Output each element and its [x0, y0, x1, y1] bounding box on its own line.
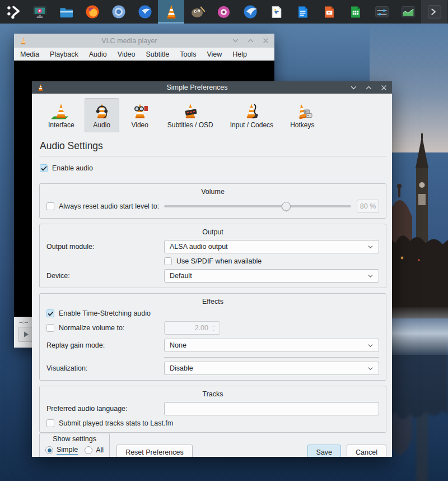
chevron-down-icon	[367, 366, 374, 372]
tab-label: Hotkeys	[290, 121, 314, 129]
device-dropdown[interactable]: Default	[164, 269, 379, 283]
timestretch-checkbox[interactable]	[46, 309, 54, 317]
device-row: Device: Default	[46, 269, 379, 283]
dialog-body: Interface Audio	[32, 94, 392, 457]
tracks-group-title: Tracks	[46, 390, 379, 398]
cancel-label: Cancel	[356, 448, 377, 456]
taskbar-item-libreoffice-calc[interactable]	[342, 0, 368, 24]
category-tabs: Interface Audio	[41, 98, 386, 132]
tab-subtitles-osd[interactable]: Subtitles / OSD	[161, 98, 220, 132]
tab-label: Input / Codecs	[230, 121, 273, 129]
taskbar-item-web-browser[interactable]	[237, 0, 263, 24]
taskbar-item-terminal[interactable]	[421, 0, 447, 24]
replay-gain-row: Replay gain mode: None	[46, 339, 379, 352]
taskbar-item-libreoffice-impress[interactable]	[316, 0, 342, 24]
spin-up-icon[interactable]	[211, 325, 216, 328]
cancel-button[interactable]: Cancel	[347, 445, 386, 457]
normalize-check-row: Normalize volume to:	[46, 324, 164, 332]
replay-gain-dropdown[interactable]: None	[164, 339, 379, 352]
maximize-icon[interactable]	[246, 37, 254, 45]
app-launcher-icon	[6, 4, 21, 19]
menu-audio[interactable]: Audio	[89, 50, 107, 58]
minimize-icon[interactable]	[349, 84, 357, 91]
menu-help[interactable]: Help	[232, 50, 247, 58]
vlc-icon	[36, 84, 45, 91]
tab-hotkeys[interactable]: Hotkeys	[283, 98, 321, 132]
output-module-row: Output module: ALSA audio output	[46, 240, 379, 253]
taskbar-item-libreoffice-draw[interactable]	[263, 0, 290, 24]
close-icon[interactable]	[262, 37, 269, 45]
menu-video[interactable]: Video	[118, 50, 136, 58]
heading-divider	[39, 156, 386, 156]
check-icon	[48, 311, 54, 316]
lastfm-checkbox[interactable]	[46, 419, 54, 427]
tab-interface[interactable]: Interface	[41, 98, 81, 132]
enable-audio-checkbox[interactable]	[40, 164, 48, 172]
slider-handle[interactable]	[282, 202, 291, 211]
lastfm-row: Submit played tracks stats to Last.fm	[46, 419, 379, 427]
reset-level-checkbox[interactable]	[46, 202, 54, 210]
normalize-value: 2.00	[195, 324, 208, 332]
lastfm-label: Submit played tracks stats to Last.fm	[59, 419, 173, 427]
language-input[interactable]	[164, 402, 379, 415]
simple-radio-item[interactable]: Simple	[45, 446, 78, 455]
effects-separator	[164, 357, 379, 358]
simple-radio[interactable]	[45, 446, 53, 454]
spdif-checkbox[interactable]	[164, 257, 172, 265]
tab-audio[interactable]: Audio	[85, 98, 119, 132]
taskbar-item-vlc[interactable]	[158, 0, 184, 24]
tab-video[interactable]: Video	[123, 98, 157, 132]
taskbar-item-settings[interactable]	[368, 0, 395, 24]
volume-slider[interactable]	[164, 202, 351, 211]
settings-sliders-icon	[374, 4, 390, 20]
minimize-icon[interactable]	[231, 37, 239, 45]
all-radio[interactable]	[85, 446, 92, 454]
taskbar-item-libreoffice-writer[interactable]	[290, 0, 316, 24]
menu-media[interactable]: Media	[20, 50, 39, 58]
all-label: All	[96, 446, 104, 454]
taskbar-item-app-launcher[interactable]	[0, 0, 26, 24]
maximize-icon[interactable]	[365, 84, 372, 91]
menu-tools[interactable]: Tools	[180, 50, 196, 58]
normalize-row: Normalize volume to: 2.00	[46, 321, 379, 335]
audio-tab-icon	[91, 103, 113, 119]
taskbar-item-screenshot-tool[interactable]	[26, 0, 53, 24]
tab-input-codecs[interactable]: Input / Codecs	[223, 98, 280, 132]
page-title: Audio Settings	[40, 140, 386, 152]
reset-level-row: Always reset audio start level to:	[46, 202, 164, 210]
menu-playback[interactable]: Playback	[50, 50, 78, 58]
spdif-label: Use S/PDIF when available	[176, 257, 262, 265]
system-monitor-icon	[400, 4, 417, 20]
all-radio-item[interactable]: All	[85, 446, 104, 454]
volume-value-spinbox[interactable]: 80 %	[357, 200, 379, 213]
normalize-spinbox[interactable]: 2.00	[164, 321, 220, 335]
taskbar-item-chromium[interactable]	[105, 0, 132, 24]
taskbar-item-file-manager[interactable]	[53, 0, 79, 24]
spin-down-icon[interactable]	[211, 329, 216, 332]
interface-tab-icon	[50, 103, 72, 119]
menu-view[interactable]: View	[207, 50, 222, 58]
file-manager-icon	[58, 4, 74, 19]
chevron-down-icon	[367, 244, 374, 250]
reset-preferences-button[interactable]: Reset Preferences	[116, 445, 193, 457]
taskbar-item-gimp[interactable]	[184, 0, 211, 24]
taskbar-item-firefox[interactable]	[79, 0, 105, 24]
menu-subtitle[interactable]: Subtitle	[146, 50, 170, 58]
output-module-dropdown[interactable]: ALSA audio output	[164, 240, 379, 253]
save-button[interactable]: Save	[307, 445, 342, 457]
taskbar-item-system-monitor[interactable]	[395, 0, 421, 24]
dialog-titlebar[interactable]: Simple Preferences	[32, 81, 392, 94]
visualization-dropdown[interactable]: Disable	[164, 362, 379, 375]
output-group: Output Output module: ALSA audio output …	[39, 224, 386, 288]
dialog-window-controls	[349, 84, 388, 91]
taskbar-item-media-player[interactable]	[211, 0, 237, 24]
visualization-value: Disable	[170, 364, 193, 372]
timestretch-row: Enable Time-Stretching audio	[46, 309, 379, 317]
close-icon[interactable]	[380, 84, 388, 91]
replay-gain-label: Replay gain mode:	[46, 341, 164, 349]
normalize-checkbox[interactable]	[46, 324, 54, 332]
spdif-row: Use S/PDIF when available	[164, 257, 379, 265]
taskbar-item-thunderbird[interactable]	[132, 0, 158, 24]
vlc-titlebar[interactable]: VLC media player	[14, 34, 274, 48]
output-module-value: ALSA audio output	[170, 243, 228, 251]
